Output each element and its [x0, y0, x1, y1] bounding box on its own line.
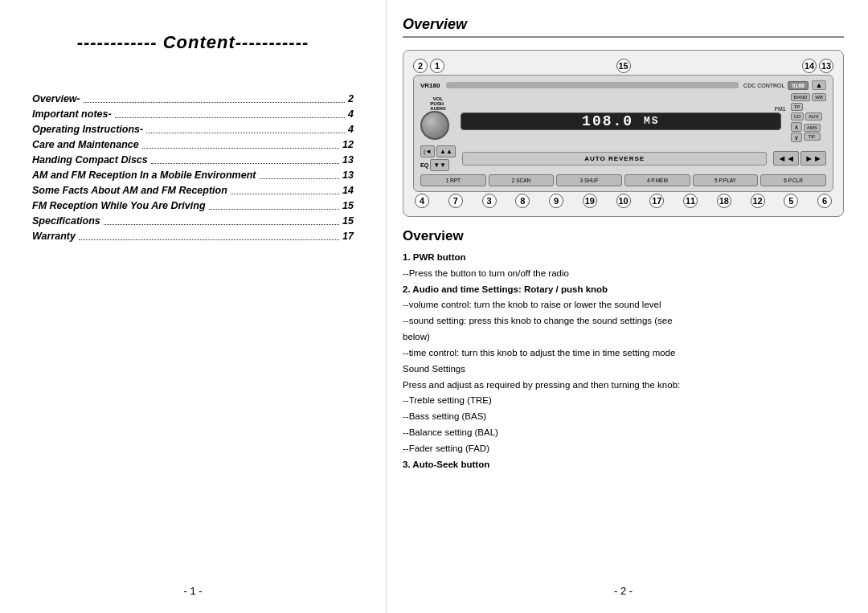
radio-brand: VR180 — [420, 82, 440, 89]
down-arrow-button[interactable]: ∨ — [791, 133, 802, 142]
num-label-7: 7 — [448, 194, 463, 208]
radio-display: 108.0 MS — [461, 112, 781, 130]
toc-page: 4 — [348, 124, 354, 135]
toc-label: Warranty — [32, 231, 76, 242]
toc-label: Care and Maintenance — [32, 139, 139, 150]
radio-top-bar: VR180 CDC CONTROL 0188 ▲ — [420, 80, 826, 90]
page-number-left: - 1 - — [183, 569, 202, 597]
toc-dots — [146, 124, 345, 133]
push-audio-label: PUSHAUDIO — [430, 101, 445, 111]
overview-item: --Treble setting (TRE) — [403, 394, 844, 408]
num-label-15: 15 — [616, 59, 631, 73]
num-label-9: 9 — [549, 194, 563, 208]
toc-dots — [209, 200, 340, 210]
preset-button[interactable]: 6 P.CLR — [760, 174, 826, 186]
toc-item: Operating Instructions- 4 — [32, 124, 354, 135]
num-label-5: 5 — [784, 194, 798, 208]
bottom-number-labels: 4738919101711181256 — [413, 192, 833, 208]
toc-label: Handing Compact Discs — [32, 154, 148, 166]
radio-diagram: 2 1 15 14 13 VR180 CDC CONTROL 0188 ▲ — [403, 50, 844, 217]
fm-label: FM1 — [775, 106, 786, 112]
right-panel: Overview 2 1 15 14 13 VR180 CDC CONTROL — [387, 0, 868, 613]
top-number-labels: 2 1 15 14 13 — [413, 59, 833, 73]
overview-item: --volume control: turn the knob to raise… — [403, 298, 844, 313]
preset-button[interactable]: 5 P.PLAY — [693, 174, 759, 186]
preset-button[interactable]: 1 RPT — [420, 174, 486, 186]
eject-button[interactable]: ▲ — [812, 80, 826, 90]
num-label-17: 17 — [649, 194, 664, 208]
toc-page: 12 — [342, 139, 354, 150]
seek-up-button[interactable]: ▲▲ — [436, 145, 456, 157]
tp-button[interactable]: TP — [791, 103, 804, 111]
toc-label: Important notes- — [32, 108, 112, 120]
num-label-8: 8 — [515, 194, 530, 208]
overview-item: --time control: turn this knob to adjust… — [403, 346, 844, 361]
toc-page: 15 — [342, 200, 354, 211]
toc-dots — [151, 154, 339, 164]
toc-item: Specifications 15 — [32, 215, 354, 227]
toc-item: Some Facts About AM and FM Reception 14 — [32, 185, 354, 196]
volume-knob[interactable] — [420, 111, 449, 140]
radio-controls: |◄ ▲▲ EQ ▼▼ AUTO REVERSE ◄◄ ►► — [420, 145, 826, 171]
content-title: ------------ Content----------- — [77, 32, 309, 53]
toc-item: AM and FM Reception In a Mobile Environm… — [32, 170, 354, 181]
toc-label: Some Facts About AM and FM Reception — [32, 185, 227, 196]
num-label-6: 6 — [817, 194, 832, 208]
overview-item: --Press the button to turn on/off the ra… — [403, 267, 844, 281]
preset-button[interactable]: 2 SCAN — [489, 174, 555, 186]
overview-section-title: Overview — [403, 228, 844, 244]
cd-slot — [446, 82, 739, 88]
toc-dots — [260, 170, 340, 179]
overview-item: Press and adjust as required by pressing… — [403, 378, 844, 393]
toc-dots — [115, 108, 345, 118]
prev-track-button[interactable]: |◄ — [420, 145, 435, 157]
toc-item: Warranty 17 — [32, 231, 354, 242]
eq-label: EQ — [420, 162, 428, 168]
num-label-3: 3 — [482, 194, 497, 208]
auto-reverse-button[interactable]: AUTO REVERSE — [462, 152, 768, 166]
num-label-2: 2 — [413, 59, 428, 73]
toc-page: 4 — [348, 108, 354, 120]
toc-item: Overview- 2 — [32, 93, 354, 104]
overview-item: 1. PWR button — [403, 251, 844, 265]
tif-button[interactable]: TIF — [804, 133, 821, 141]
toc-dots — [231, 185, 339, 194]
toc-page: 13 — [342, 154, 354, 166]
overview-item: below) — [403, 330, 844, 345]
preset-button[interactable]: 3 SHUF — [556, 174, 622, 186]
toc-page: 14 — [342, 185, 354, 196]
preset-buttons-row: 1 RPT2 SCAN3 SHUF4 P.MEM5 P.PLAY6 P.CLR — [420, 174, 826, 186]
num-label-12: 12 — [751, 194, 765, 208]
num-label-19: 19 — [583, 194, 597, 208]
seek-down-button[interactable]: ▼▼ — [430, 159, 449, 171]
num-label-1: 1 — [430, 59, 444, 73]
cdc-label: CDC CONTROL — [743, 83, 784, 88]
toc-dots — [104, 215, 339, 225]
band-button[interactable]: BAND — [791, 93, 811, 101]
fastfwd-button[interactable]: ►► — [800, 151, 826, 166]
page-number-right: - 2 - — [403, 585, 844, 597]
up-arrow-button[interactable]: ∧ — [791, 122, 802, 132]
cdc-display: 0188 — [788, 81, 809, 90]
cd-button[interactable]: CD — [791, 112, 805, 121]
toc-page: 2 — [348, 93, 354, 104]
radio-middle: VOL PUSHAUDIO FM1 108.0 MS BAND — [420, 93, 826, 142]
toc-page: 13 — [342, 170, 354, 181]
preset-button[interactable]: 4 P.MEM — [624, 174, 690, 186]
toc-item: Important notes- 4 — [32, 108, 354, 120]
num-label-13: 13 — [819, 59, 833, 73]
toc-label: FM Reception While You Are Driving — [32, 200, 206, 211]
radio-body: VR180 CDC CONTROL 0188 ▲ VOL PUSHAUDIO F… — [413, 75, 833, 192]
overview-item: --sound setting: press this knob to chan… — [403, 314, 844, 329]
left-panel: ------------ Content----------- Overview… — [0, 0, 386, 613]
toc-dots — [79, 231, 339, 240]
toc-item: Care and Maintenance 12 — [32, 139, 354, 150]
ams-button[interactable]: AMS — [804, 124, 821, 132]
rewind-button[interactable]: ◄◄ — [773, 151, 799, 166]
toc-label: Overview- — [32, 93, 80, 104]
wb-button[interactable]: WB — [812, 93, 826, 101]
overview-item: 2. Audio and time Settings: Rotary / pus… — [403, 283, 844, 297]
toc-item: Handing Compact Discs 13 — [32, 154, 354, 166]
aux-button[interactable]: AUX — [805, 112, 821, 121]
overview-item: --Fader setting (FAD) — [403, 442, 844, 456]
